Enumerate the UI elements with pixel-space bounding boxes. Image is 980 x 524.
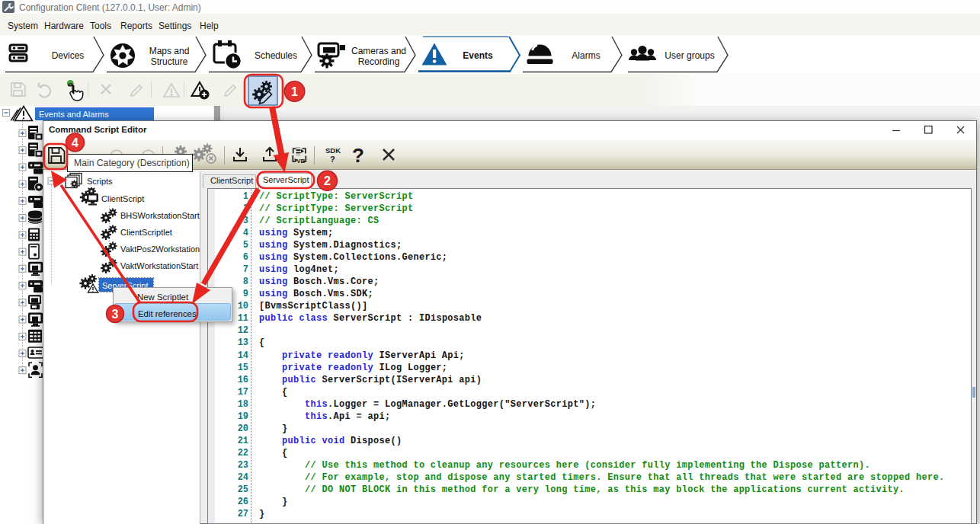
- svg-text:3: 3: [112, 308, 119, 321]
- svg-text:2: 2: [324, 174, 331, 187]
- svg-text:4: 4: [72, 136, 78, 149]
- svg-text:1: 1: [291, 85, 298, 98]
